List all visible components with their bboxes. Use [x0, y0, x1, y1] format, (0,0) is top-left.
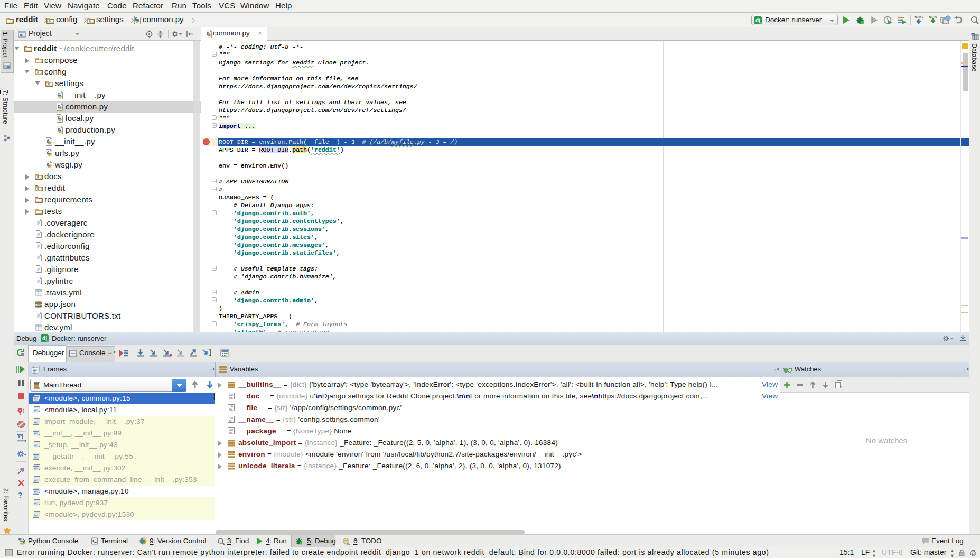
svg-text:VCS: VCS — [914, 15, 922, 20]
